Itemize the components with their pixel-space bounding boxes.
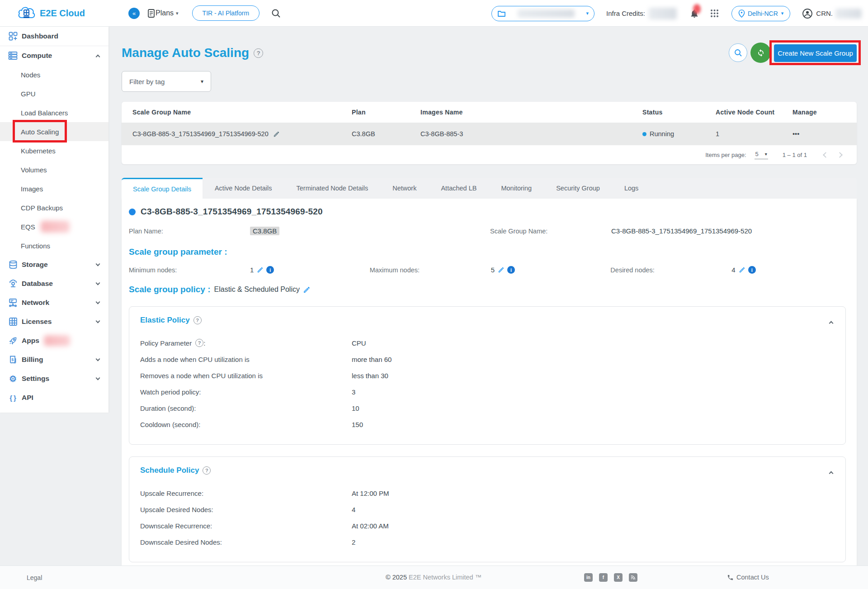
x-twitter-icon[interactable]: X (614, 573, 623, 582)
sidebar-item-settings[interactable]: ⚙ Settings (0, 369, 108, 388)
minimum-nodes-info-icon[interactable]: i (266, 266, 274, 274)
account-crn[interactable]: CRN. (802, 8, 862, 19)
sidebar-item-database[interactable]: Database (0, 274, 108, 293)
sidebar-item-auto-scaling[interactable]: Auto Scaling (0, 122, 108, 141)
sidebar-item-billing[interactable]: $ Billing (0, 350, 108, 369)
scale-group-policy-value: Elastic & Scheduled Policy (214, 285, 300, 294)
elastic-policy-collapse-icon[interactable] (830, 318, 833, 327)
edit-desired-nodes-icon[interactable] (739, 266, 745, 273)
sidebar-item-cdp-backups[interactable]: CDP Backups (0, 198, 108, 217)
sidebar-item-label: Billing (22, 356, 43, 364)
region-dropdown[interactable]: Delhi-NCR ▾ (731, 6, 790, 21)
tab-scale-group-details[interactable]: Scale Group Details (122, 178, 203, 199)
table-search-button[interactable] (729, 43, 747, 62)
sidebar-item-nodes[interactable]: Nodes (0, 65, 108, 84)
policy-row: Cooldown (second): 150 (140, 416, 835, 432)
sidebar-item-images[interactable]: Images (0, 179, 108, 198)
policy-row: Upscale Recurrence: At 12:00 PM (140, 485, 835, 501)
tab-security-group[interactable]: Security Group (544, 178, 612, 199)
workspace-dropdown[interactable]: ▾ (491, 6, 594, 21)
sidebar-item-label: Nodes (21, 71, 40, 79)
sidebar-collapse-button[interactable]: « (128, 8, 140, 19)
edit-scale-group-name-icon[interactable] (273, 131, 280, 138)
schedule-policy-help-icon[interactable]: ? (203, 466, 211, 475)
sidebar-item-gpu[interactable]: GPU (0, 84, 108, 103)
page-help-icon[interactable]: ? (254, 48, 263, 58)
location-pin-icon (738, 10, 745, 18)
schedule-policy-collapse-icon[interactable] (830, 469, 833, 477)
next-page-icon[interactable] (837, 152, 843, 158)
maximum-nodes-info-icon[interactable]: i (507, 266, 515, 274)
notifications-bell-icon[interactable] (689, 8, 699, 19)
elastic-policy-title: Elastic Policy (140, 316, 190, 325)
apps-grid-icon[interactable] (710, 9, 719, 18)
policy-parameter-help-icon[interactable]: ? (195, 339, 203, 347)
tab-monitoring[interactable]: Monitoring (489, 178, 544, 199)
apps-rocket-icon (8, 336, 18, 346)
plans-menu[interactable]: Plans ▾ (147, 9, 179, 18)
infra-credits-redacted-value (649, 8, 677, 19)
table-row[interactable]: C3-8GB-885-3_1751354969_1751354969-520 C… (122, 123, 857, 145)
sidebar-item-volumes[interactable]: Volumes (0, 160, 108, 179)
tab-logs[interactable]: Logs (612, 178, 651, 199)
plans-caret-icon: ▾ (176, 10, 179, 16)
previous-page-icon[interactable] (823, 152, 829, 158)
sidebar-item-eqs[interactable]: EQS (0, 217, 108, 236)
tab-attached-lb[interactable]: Attached LB (429, 178, 489, 199)
tir-ai-platform-button[interactable]: TIR - AI Platform (192, 5, 259, 21)
linkedin-icon[interactable]: in (584, 573, 593, 582)
sidebar-item-licenses[interactable]: Licenses (0, 312, 108, 331)
edit-minimum-nodes-icon[interactable] (257, 266, 264, 273)
plan-name-label: Plan Name: (129, 228, 250, 235)
brand[interactable]: E2E Cloud (17, 5, 85, 21)
tab-network[interactable]: Network (380, 178, 429, 199)
refresh-button[interactable] (750, 43, 771, 63)
sidebar-item-label: EQS (21, 223, 35, 231)
maximum-nodes-value: 5 (491, 266, 495, 274)
row-actions-menu[interactable]: ••• (793, 130, 846, 138)
edit-policy-icon[interactable] (303, 286, 311, 294)
rss-icon[interactable] (629, 573, 637, 582)
contact-us-link[interactable]: Contact Us (727, 574, 769, 581)
elastic-policy-help-icon[interactable]: ? (193, 316, 202, 324)
plans-label: Plans (156, 9, 174, 17)
create-new-scale-group-button[interactable]: Create New Scale Group (774, 44, 857, 62)
column-header-images-name: Images Name (420, 109, 642, 116)
sidebar-item-dashboard[interactable]: Dashboard (0, 27, 108, 46)
tab-terminated-node-details[interactable]: Terminated Node Details (284, 178, 380, 199)
edit-maximum-nodes-icon[interactable] (498, 266, 505, 273)
scale-group-parameter-heading: Scale group parameter : (129, 247, 851, 257)
header-search-icon[interactable] (271, 9, 281, 18)
page-size-select[interactable]: 5 ▾ (755, 151, 768, 159)
phone-icon (727, 574, 734, 581)
sidebar-item-storage[interactable]: Storage (0, 255, 108, 274)
database-icon (8, 279, 18, 289)
sidebar-item-apps[interactable]: Apps (0, 331, 108, 350)
sidebar-item-load-balancers[interactable]: Load Balancers (0, 103, 108, 122)
tab-active-node-details[interactable]: Active Node Details (203, 178, 284, 199)
region-label: Delhi-NCR (748, 10, 778, 17)
settings-gear-icon: ⚙ (8, 374, 18, 384)
policy-row: Upscale Desired Nodes: 4 (140, 501, 835, 518)
facebook-icon[interactable]: f (599, 573, 608, 582)
sidebar-item-compute[interactable]: Compute (0, 46, 108, 65)
sidebar-item-label: GPU (21, 90, 36, 98)
workspace-caret-icon: ▾ (586, 10, 589, 16)
table-pagination: Items per page: 5 ▾ 1 – 1 of 1 (122, 145, 857, 164)
minimum-nodes-value: 1 (250, 266, 254, 274)
upscale-recurrence-value: At 12:00 PM (352, 489, 389, 497)
footer: Legal © 2025 E2E Networks Limited ™ in f… (0, 565, 868, 589)
watch-period-label: Watch period policy: (140, 388, 352, 396)
cell-plan: C3.8GB (352, 130, 420, 138)
sidebar-item-api[interactable]: { } API (0, 388, 108, 407)
sidebar-item-functions[interactable]: Functions (0, 236, 108, 255)
filter-by-tag-dropdown[interactable]: Filter by tag ▾ (122, 71, 211, 92)
folder-icon (497, 10, 506, 17)
notification-count-redacted-badge (693, 4, 701, 14)
schedule-policy-title: Schedule Policy (140, 466, 199, 475)
sidebar-item-network[interactable]: Network (0, 293, 108, 312)
desired-nodes-info-icon[interactable]: i (748, 266, 756, 274)
sidebar-item-kubernetes[interactable]: Kubernetes (0, 141, 108, 160)
contact-us-label: Contact Us (736, 574, 769, 581)
legal-link[interactable]: Legal (27, 574, 42, 581)
